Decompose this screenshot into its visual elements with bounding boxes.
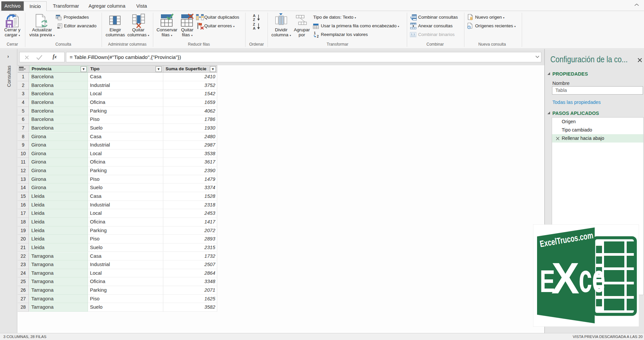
svg-text:1: 1	[314, 31, 316, 35]
svg-text:X: X	[551, 254, 579, 303]
svg-text:ce: ce	[579, 256, 605, 300]
svg-text:2: 2	[317, 35, 319, 38]
svg-text:Z: Z	[253, 18, 255, 22]
svg-text:Z: Z	[253, 22, 255, 26]
svg-text:A: A	[253, 26, 256, 30]
svg-text:A: A	[253, 14, 256, 18]
